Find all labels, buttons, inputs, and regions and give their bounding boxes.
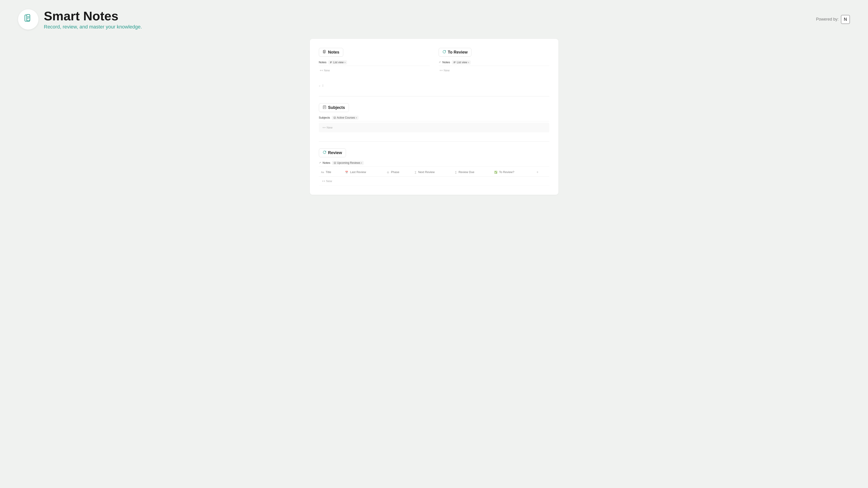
review-section-label: Review [328, 151, 342, 155]
subjects-view-chevron: › [356, 116, 357, 119]
notes-db-bar: Notes List view › [319, 60, 430, 66]
subjects-block: Subjects Subjects Active Courses › + + N… [319, 103, 549, 132]
col-next-review[interactable]: ∑ Next Review [412, 168, 453, 177]
app-title: Smart Notes [44, 9, 142, 23]
header: Smart Notes Record, review, and master y… [13, 9, 855, 30]
logo-circle [18, 9, 38, 30]
svg-rect-11 [331, 61, 332, 62]
subjects-section-label: Subjects [328, 105, 345, 110]
header-text: Smart Notes Record, review, and master y… [44, 9, 142, 30]
notes-block: Notes Notes List view › + + New [319, 48, 430, 73]
review-section-button[interactable]: Review [319, 149, 346, 157]
subjects-db-name: Subjects [319, 116, 330, 119]
svg-rect-10 [330, 61, 331, 63]
to-review-new-row[interactable]: + + New [439, 67, 549, 73]
subjects-new-label: + New [324, 126, 333, 129]
col-title-icon: Aa [321, 171, 324, 173]
notes-button-icon [323, 50, 326, 55]
subjects-new-row[interactable]: + + New [319, 125, 549, 131]
review-db-bar: ↗ Notes Upcoming Reviews › [319, 161, 549, 166]
col-last-review-icon: 📅 [345, 171, 348, 173]
review-new-label-row[interactable]: + + New [321, 178, 547, 184]
add-block-grid-icon: ⠿ [322, 84, 324, 88]
subjects-new-plus: + [322, 126, 324, 129]
subjects-view-pill[interactable]: Active Courses › [332, 116, 359, 120]
svg-rect-20 [334, 117, 336, 119]
main-container: Notes Notes List view › + + New [310, 39, 558, 195]
to-review-button-icon [442, 50, 446, 55]
col-review-due-icon: ∑ [455, 171, 457, 173]
review-arrow-icon: ↗ [319, 161, 321, 164]
to-review-view-chevron: › [468, 61, 469, 64]
notes-section-label: Notes [328, 50, 339, 55]
add-block-icon: + [319, 84, 321, 88]
divider-2 [319, 141, 549, 142]
col-add[interactable]: + [532, 168, 549, 177]
col-phase-icon: ◎ [387, 171, 389, 173]
notes-db-name: Notes [319, 61, 327, 64]
review-table: Aa Title 📅 Last Review ◎ Phase ∑ Next Re… [319, 168, 549, 186]
notes-new-plus: + [320, 69, 321, 72]
subjects-button-icon [323, 105, 326, 110]
review-button-icon [323, 151, 326, 155]
add-block-row-1[interactable]: + ⠿ [319, 83, 549, 90]
svg-rect-14 [455, 61, 456, 62]
header-left: Smart Notes Record, review, and master y… [18, 9, 142, 30]
col-to-review[interactable]: ✅ To Review? [492, 168, 532, 177]
review-new-plus: + [322, 180, 324, 183]
subjects-db-bar: Subjects Active Courses › [319, 116, 549, 121]
col-next-review-icon: ∑ [415, 171, 416, 173]
review-view-chevron: › [361, 161, 362, 164]
notes-new-row[interactable]: + + New [319, 67, 430, 73]
subjects-empty-table: + + New [319, 123, 549, 132]
svg-rect-23 [334, 162, 336, 164]
to-review-section-button[interactable]: To Review [439, 48, 472, 57]
review-new-text: + New [323, 180, 332, 183]
to-review-view-pill[interactable]: List view › [452, 60, 471, 64]
to-review-new-plus: + [439, 69, 441, 72]
notion-icon: N [841, 15, 850, 24]
to-review-new-label: + New [441, 69, 450, 72]
notes-logo-icon [24, 14, 33, 25]
to-review-block: To Review ↗ Notes List view › + + New [439, 48, 549, 73]
subjects-section-button[interactable]: Subjects [319, 103, 349, 112]
col-to-review-icon: ✅ [494, 171, 497, 173]
notes-section-button[interactable]: Notes [319, 48, 343, 57]
to-review-db-name: Notes [442, 61, 450, 64]
svg-rect-15 [455, 62, 456, 63]
review-new-row[interactable]: + + New [319, 176, 549, 186]
col-review-due[interactable]: ∑ Review Due [453, 168, 492, 177]
svg-rect-12 [331, 62, 332, 63]
review-block: Review ↗ Notes Upcoming Reviews › Aa Tit… [319, 149, 549, 186]
powered-by-label: Powered by: [816, 17, 839, 22]
col-last-review[interactable]: 📅 Last Review [343, 168, 384, 177]
col-title[interactable]: Aa Title [319, 168, 343, 177]
svg-rect-13 [454, 61, 455, 63]
review-db-name: Notes [323, 161, 331, 164]
review-view-pill[interactable]: Upcoming Reviews › [332, 161, 364, 165]
notes-view-pill[interactable]: List view › [328, 60, 347, 64]
to-review-arrow-icon: ↗ [439, 61, 441, 64]
top-two-col: Notes Notes List view › + + New [319, 48, 549, 73]
app-subtitle: Record, review, and master your knowledg… [44, 24, 142, 30]
to-review-section-label: To Review [448, 50, 468, 55]
notes-view-chevron: › [344, 61, 345, 64]
add-column-button[interactable]: + [535, 169, 540, 175]
col-phase[interactable]: ◎ Phase [384, 168, 412, 177]
notes-new-label: + New [321, 69, 330, 72]
to-review-db-bar: ↗ Notes List view › [439, 60, 549, 66]
powered-by: Powered by: N [816, 15, 850, 24]
